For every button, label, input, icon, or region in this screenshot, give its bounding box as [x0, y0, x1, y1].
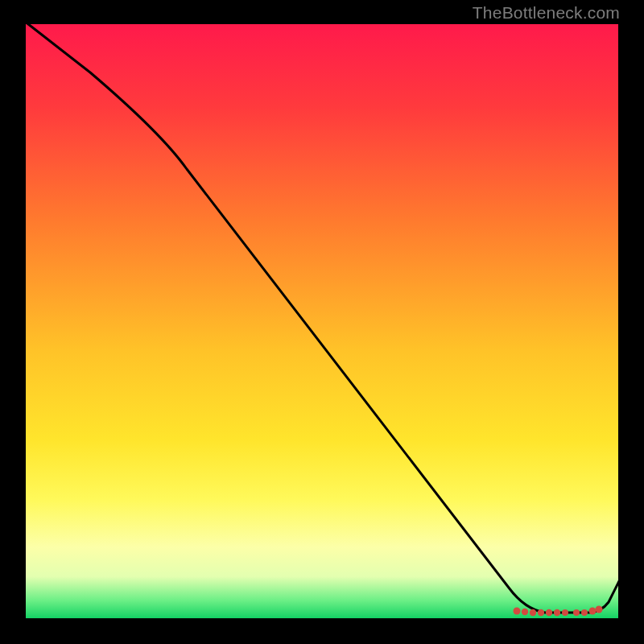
- attribution-text: TheBottleneck.com: [473, 3, 620, 23]
- min-dot: [562, 609, 568, 616]
- min-dot: [554, 609, 560, 616]
- min-dot: [573, 609, 580, 616]
- min-dot: [530, 609, 536, 616]
- min-dot: [596, 606, 603, 613]
- minimum-dots: [514, 606, 603, 617]
- min-dot: [589, 608, 597, 615]
- min-dot: [546, 609, 552, 616]
- min-dot: [514, 608, 521, 615]
- plot-area: [26, 24, 618, 618]
- chart-frame: TheBottleneck.com: [0, 0, 644, 644]
- bottleneck-curve: [24, 21, 620, 613]
- min-dot: [522, 609, 528, 615]
- min-dot: [538, 609, 544, 616]
- min-dot: [581, 609, 588, 616]
- curve-svg: [26, 24, 618, 618]
